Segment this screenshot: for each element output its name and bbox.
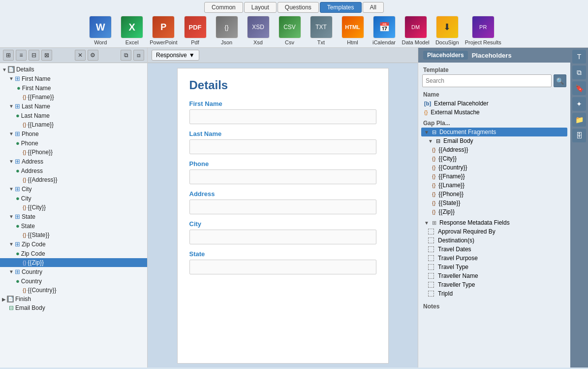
tree-item-country-field[interactable]: ● Country — [0, 276, 147, 286]
form-preview-wrapper[interactable]: Details First Name Last Name Phone Addre… — [148, 63, 418, 368]
pdf-icon-item[interactable]: PDF Pdf — [182, 16, 209, 45]
csv-icon-item[interactable]: CSV Csv — [276, 16, 304, 45]
response-metadata-item[interactable]: ▼ ⊞ Response Metadata Fields — [421, 218, 567, 227]
field-country[interactable]: {} {{Country}} — [429, 163, 567, 172]
tree-item-zip-field[interactable]: ● Zip Code — [0, 249, 147, 258]
form-input-firstname[interactable] — [189, 109, 376, 124]
email-body-fields: {} {{Address}} {} {{City}} {} {{Country}… — [429, 145, 567, 216]
json-icon-item[interactable]: {} Json — [213, 16, 241, 45]
far-icon-db[interactable]: 🗄 — [572, 129, 586, 142]
tree-item-address-code[interactable]: {} {{Address}} — [0, 175, 147, 184]
tree-label-phone-code: {{Phone}} — [28, 149, 53, 156]
far-icon-folder[interactable]: 📁 — [572, 113, 586, 127]
field-state[interactable]: {} {{State}} — [429, 199, 567, 207]
tree-label-phone-group: Phone — [22, 131, 39, 137]
form-input-lastname[interactable] — [189, 139, 376, 154]
field-phone[interactable]: {} {{Phone}} — [429, 190, 567, 199]
rm-destinations[interactable]: Destination(s) — [425, 236, 567, 245]
tab-questions[interactable]: Questions — [278, 2, 319, 13]
tree-item-state-code[interactable]: {} {{State}} — [0, 231, 147, 239]
rm-traveller-name[interactable]: Traveller Name — [425, 271, 567, 280]
external-mustache-item[interactable]: {} External Mustache — [421, 108, 567, 117]
tree-item-details[interactable]: ▼ 📄 Details — [0, 65, 147, 74]
toolbar-delete-icon[interactable]: ✕ — [75, 50, 86, 61]
tab-layout[interactable]: Layout — [244, 2, 277, 13]
form-input-address[interactable] — [189, 200, 376, 214]
far-icon-code[interactable]: ⧉ — [572, 66, 586, 79]
search-input[interactable] — [422, 74, 552, 87]
tab-common[interactable]: Common — [204, 2, 243, 13]
ppt-icon-item[interactable]: P PowerPoint — [150, 16, 177, 45]
toolbar-grid-icon[interactable]: ⊞ — [3, 50, 14, 61]
field-city[interactable]: {} {{City}} — [429, 154, 567, 163]
tree-item-city-field[interactable]: ● City — [0, 194, 147, 203]
dm-icon-item[interactable]: DM Data Model — [402, 16, 430, 45]
tab-templates[interactable]: Templates — [320, 2, 362, 13]
tree-icon-email-body: ⊟ — [9, 304, 14, 311]
excel-icon-item[interactable]: X Excel — [118, 16, 146, 45]
far-icon-text[interactable]: T — [572, 50, 586, 64]
tree-item-firstname-group[interactable]: ▼ ⊞ First Name — [0, 74, 147, 83]
ical-icon-item[interactable]: 📅 iCalendar — [371, 16, 398, 45]
word-icon-item[interactable]: W Word — [87, 16, 114, 45]
far-icon-bookmark[interactable]: 🔖 — [572, 81, 586, 95]
tree-item-lastname-group[interactable]: ▼ ⊞ Last Name — [0, 101, 147, 111]
tree-item-zip-group[interactable]: ▼ ⊞ Zip Code — [0, 239, 147, 249]
tree-item-firstname-field[interactable]: ● First Name — [0, 83, 147, 93]
field-lname[interactable]: {} {{Lname}} — [429, 181, 567, 190]
tree-item-address-field[interactable]: ● Address — [0, 166, 147, 175]
right-panel: Placeholders Placeholders Template 🔍 Nam… — [418, 48, 570, 368]
tree-item-phone-code[interactable]: {} {{Phone}} — [0, 148, 147, 157]
tree-item-firstname-code[interactable]: {} {{Fname}} — [0, 93, 147, 101]
tree-item-phone-group[interactable]: ▼ ⊞ Phone — [0, 129, 147, 138]
toolbar-block-icon[interactable]: ⊠ — [41, 50, 52, 61]
toolbar-copy-icon[interactable]: ⧉ — [121, 50, 131, 61]
tree-item-state-field[interactable]: ● State — [0, 221, 147, 231]
toolbar-list-icon[interactable]: ≡ — [16, 50, 27, 61]
word-label: Word — [94, 39, 107, 45]
rm-traveller-name-label: Traveller Name — [438, 272, 478, 279]
rm-tripid[interactable]: TripId — [425, 289, 567, 298]
tree-item-state-group[interactable]: ▼ ⊞ State — [0, 212, 147, 221]
tree-item-lastname-field[interactable]: ● Last Name — [0, 111, 147, 120]
tree-item-country-code[interactable]: {} {{Country}} — [0, 286, 147, 295]
txt-icon-item[interactable]: TXT Txt — [308, 16, 335, 45]
search-button[interactable]: 🔍 — [554, 74, 566, 87]
tree-item-finish[interactable]: ▶ 📄 Finish — [0, 295, 147, 303]
dm-icon: DM — [404, 16, 427, 38]
field-address[interactable]: {} {{Address}} — [429, 145, 567, 154]
tree-item-city-group[interactable]: ▼ ⊞ City — [0, 184, 147, 194]
tree-item-zip-code[interactable]: {} {{Zip}} — [0, 258, 147, 267]
placeholders-tab-label[interactable]: Placeholders — [423, 51, 468, 60]
document-fragments-item[interactable]: ▼ ⊟ Document Fragments — [421, 128, 567, 136]
xsd-icon-item[interactable]: XSD Xsd — [245, 16, 272, 45]
rm-traveller-type[interactable]: Traveller Type — [425, 280, 567, 289]
tree-item-address-group[interactable]: ▼ ⊞ Address — [0, 157, 147, 166]
toolbar-paste-icon[interactable]: ⧈ — [133, 50, 144, 61]
form-input-phone[interactable] — [189, 169, 376, 184]
rm-travel-purpose[interactable]: Travel Purpose — [425, 254, 567, 263]
tree-item-phone-field[interactable]: ● Phone — [0, 138, 147, 148]
form-input-city[interactable] — [189, 230, 376, 244]
tab-all[interactable]: All — [363, 2, 384, 13]
tree-item-lastname-code[interactable]: {} {{Lname}} — [0, 120, 147, 129]
field-fname[interactable]: {} {{Fname}} — [429, 172, 567, 181]
projres-icon-item[interactable]: PR Project Results — [465, 16, 501, 45]
field-zip[interactable]: {} {{Zip}} — [429, 207, 567, 216]
tree-item-city-code[interactable]: {} {{City}} — [0, 203, 147, 212]
html-icon-item[interactable]: HTML Html — [339, 16, 367, 45]
form-input-state[interactable] — [189, 260, 376, 274]
email-body-item[interactable]: ▼ ⊟ Email Body — [425, 136, 567, 145]
toolbar-table-icon[interactable]: ⊟ — [29, 50, 39, 61]
docusign-icon-item[interactable]: ⬇ DocuSign — [433, 16, 461, 45]
rm-approval[interactable]: Approval Required By — [425, 227, 567, 236]
tree-icon-state-field: ● — [16, 222, 20, 230]
far-icon-star[interactable]: ✦ — [572, 97, 586, 111]
rm-travel-dates[interactable]: Travel Dates — [425, 245, 567, 254]
tree-item-email-body[interactable]: ⊟ Email Body — [0, 303, 147, 312]
toolbar-settings-icon[interactable]: ⚙ — [88, 50, 98, 61]
external-placeholder-item[interactable]: [b] External Placeholder — [421, 99, 567, 108]
rm-travel-type[interactable]: Travel Type — [425, 263, 567, 271]
responsive-dropdown[interactable]: Responsive ▼ — [152, 50, 199, 61]
tree-item-country-group[interactable]: ▼ ⊞ Country — [0, 267, 147, 276]
